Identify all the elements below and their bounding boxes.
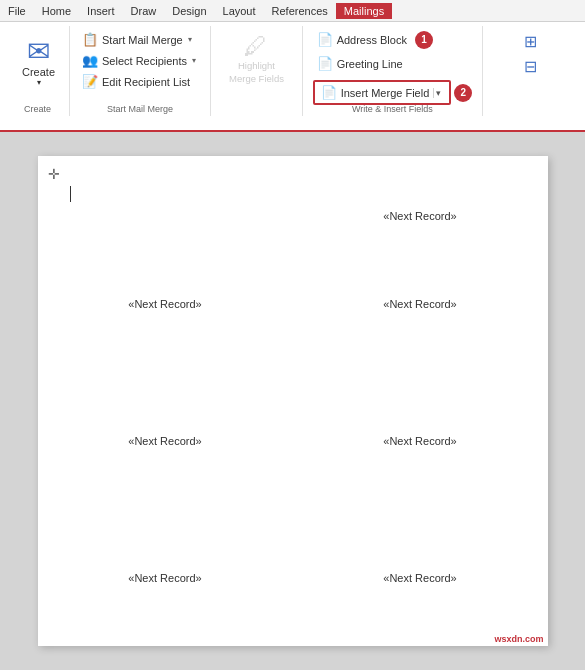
extra-btn-2[interactable]: ⊟ xyxy=(520,55,541,78)
address-block-button[interactable]: 📄 Address Block xyxy=(313,30,411,49)
select-recipients-label: Select Recipients xyxy=(102,55,187,67)
menu-bar: File Home Insert Draw Design Layout Refe… xyxy=(0,0,585,22)
ribbon-group-extra: ⊞ ⊟ xyxy=(483,26,579,116)
cell-mid1-right: «Next Record» xyxy=(293,236,548,373)
edit-list-icon: 📝 xyxy=(82,74,98,89)
move-handle[interactable]: ✛ xyxy=(48,166,60,182)
select-recipients-button[interactable]: 👥 Select Recipients ▾ xyxy=(78,51,200,70)
start-mail-merge-group-label: Start Mail Merge xyxy=(70,104,210,116)
cell-mid2-right: «Next Record» xyxy=(293,373,548,510)
document-area: ✛ «Next Record» «Next Record» «Next Reco… xyxy=(0,132,585,670)
select-recipients-arrow: ▾ xyxy=(192,56,196,65)
envelope-icon: ✉ xyxy=(27,38,50,66)
create-dropdown-arrow: ▾ xyxy=(37,78,41,87)
edit-recipient-list-button[interactable]: 📝 Edit Recipient List xyxy=(78,72,200,91)
create-button[interactable]: ✉ Create ▾ xyxy=(14,30,63,95)
watermark: wsxdn.com xyxy=(494,634,543,644)
cell-mid1-left: «Next Record» xyxy=(38,236,293,373)
highlight-icon: 🖊 xyxy=(244,32,268,60)
ribbon-group-write-insert: 📄 Address Block 1 📄 Greeting Line 📄 Inse… xyxy=(303,26,483,116)
next-record-4: «Next Record» xyxy=(128,435,201,447)
edit-recipient-list-label: Edit Recipient List xyxy=(102,76,190,88)
menu-layout[interactable]: Layout xyxy=(215,3,264,19)
document-page: ✛ «Next Record» «Next Record» «Next Reco… xyxy=(38,156,548,646)
menu-mailings[interactable]: Mailings xyxy=(336,3,392,19)
create-group-label: Create xyxy=(6,104,69,116)
menu-draw[interactable]: Draw xyxy=(123,3,165,19)
highlight-label: HighlightMerge Fields xyxy=(229,60,284,85)
ribbon-group-start-mail-merge: 📋 Start Mail Merge ▾ 👥 Select Recipients… xyxy=(70,26,211,116)
ribbon-group-highlight: 🖊 HighlightMerge Fields xyxy=(211,26,303,116)
next-record-1: «Next Record» xyxy=(383,210,456,222)
next-record-7: «Next Record» xyxy=(383,572,456,584)
menu-home[interactable]: Home xyxy=(34,3,79,19)
insert-merge-field-button[interactable]: 📄 Insert Merge Field ▾ xyxy=(313,80,452,105)
cell-bottom-right: «Next Record» xyxy=(293,509,548,646)
insert-merge-field-icon: 📄 xyxy=(321,85,337,100)
insert-merge-field-arrow[interactable]: ▾ xyxy=(433,88,443,98)
start-mail-merge-button[interactable]: 📋 Start Mail Merge ▾ xyxy=(78,30,200,49)
recipients-icon: 👥 xyxy=(82,53,98,68)
address-block-icon: 📄 xyxy=(317,32,333,47)
menu-references[interactable]: References xyxy=(264,3,336,19)
next-record-5: «Next Record» xyxy=(383,435,456,447)
cell-top-left xyxy=(38,156,293,236)
start-mail-merge-label: Start Mail Merge xyxy=(102,34,183,46)
greeting-line-label: Greeting Line xyxy=(337,58,403,70)
next-record-6: «Next Record» xyxy=(128,572,201,584)
next-record-3: «Next Record» xyxy=(383,298,456,310)
insert-merge-field-label: Insert Merge Field xyxy=(341,87,430,99)
highlight-merge-fields-button[interactable]: 🖊 HighlightMerge Fields xyxy=(221,26,292,91)
badge-1: 1 xyxy=(415,31,433,49)
badge-2: 2 xyxy=(454,84,472,102)
extra-btn-1[interactable]: ⊞ xyxy=(520,30,541,53)
highlight-group-label xyxy=(211,114,302,116)
write-insert-group-label: Write & Insert Fields xyxy=(303,104,482,116)
next-record-2: «Next Record» xyxy=(128,298,201,310)
ribbon-group-create: ✉ Create ▾ Create xyxy=(6,26,70,116)
mail-merge-icon: 📋 xyxy=(82,32,98,47)
cell-bottom-left: «Next Record» xyxy=(38,509,293,646)
cell-top-right: «Next Record» xyxy=(293,156,548,236)
create-label: Create xyxy=(22,66,55,78)
menu-file[interactable]: File xyxy=(0,3,34,19)
menu-design[interactable]: Design xyxy=(164,3,214,19)
text-cursor xyxy=(70,186,71,202)
cell-mid2-left: «Next Record» xyxy=(38,373,293,510)
ribbon: ✉ Create ▾ Create 📋 Start Mail Merge ▾ 👥… xyxy=(0,22,585,132)
address-block-label: Address Block xyxy=(337,34,407,46)
start-mail-merge-arrow: ▾ xyxy=(188,35,192,44)
greeting-line-button[interactable]: 📄 Greeting Line xyxy=(313,54,473,73)
greeting-line-icon: 📄 xyxy=(317,56,333,71)
menu-insert[interactable]: Insert xyxy=(79,3,123,19)
